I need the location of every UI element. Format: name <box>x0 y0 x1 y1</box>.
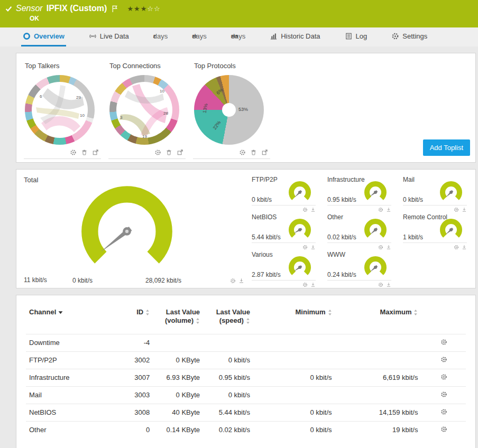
column-label: Last Value (volume) <box>165 308 200 324</box>
divider <box>252 280 316 281</box>
tab-overview[interactable]: Overview <box>21 27 66 46</box>
channel-settings-gear-icon[interactable] <box>440 339 447 346</box>
channel-settings-gear-icon[interactable] <box>440 391 447 398</box>
live-data-icon <box>89 32 97 40</box>
tab-365-days-number: 365 <box>231 34 238 39</box>
add-toplist-button[interactable]: Add Toplist <box>423 139 470 156</box>
gauge-settings-gear-icon[interactable] <box>302 282 308 287</box>
cell-channel: Other <box>26 421 121 438</box>
sort-toggle-icon[interactable] <box>413 309 418 316</box>
toplist-title: Top Connections <box>109 62 186 70</box>
gauge-cell-ftp-p2p: FTP/P2P 0 kbit/s <box>252 175 316 212</box>
toplist-open-external-link-icon[interactable] <box>92 149 99 156</box>
total-gauge-cell: Total 0 kbit/s 28,092 kbit/s 11 kbit/s <box>16 170 252 288</box>
priority-stars[interactable]: ★★★☆☆ <box>127 5 160 13</box>
channel-table-card: Channel ID Last Value (volume) Last Valu… <box>16 295 476 448</box>
gauge-settings-gear-icon[interactable] <box>302 245 308 250</box>
table-row-mail: Mail 3003 0 KByte 0 kbit/s <box>26 386 466 404</box>
gauge-download-icon[interactable] <box>462 245 467 250</box>
toplist-settings-gear-icon[interactable] <box>154 149 161 156</box>
tab-historic-data-label: Historic Data <box>281 32 320 40</box>
gauge-settings-gear-icon[interactable] <box>302 207 308 212</box>
gauge-value: 5.44 kbit/s <box>252 234 281 241</box>
tab-2-days[interactable]: 2 days <box>152 27 169 46</box>
settings-gear-icon <box>391 32 399 40</box>
gauge-download-icon[interactable] <box>310 282 316 287</box>
column-header-last-value-speed[interactable]: Last Value (speed) <box>204 301 254 334</box>
gauge-cell-various: Various 2.87 kbit/s <box>252 250 316 287</box>
tab-log[interactable]: Log <box>343 27 369 46</box>
tab-historic-data[interactable]: Historic Data <box>268 27 321 46</box>
cell-speed: 0 kbit/s <box>204 351 254 369</box>
cell-maximum: 6,619 kbit/s <box>336 369 422 386</box>
divider <box>327 205 391 206</box>
gauge-settings-gear-icon[interactable] <box>230 278 236 284</box>
sort-toggle-icon[interactable] <box>145 309 150 316</box>
sort-toggle-icon[interactable] <box>196 318 200 324</box>
gauge-settings-gear-icon[interactable] <box>378 282 383 287</box>
cell-speed: 0 kbit/s <box>204 386 254 404</box>
toplist-top-talkers: Top Talkers 6 29 10 <box>24 60 101 159</box>
gauge-download-icon[interactable] <box>386 282 391 287</box>
gauge-settings-gear-icon[interactable] <box>454 207 459 212</box>
top-talkers-chord-chart[interactable]: 6 29 10 <box>25 75 95 145</box>
tab-365-days[interactable]: 365 days <box>229 27 247 46</box>
cell-speed: 0.02 kbit/s <box>204 421 254 438</box>
gauge-value: 0 kbit/s <box>403 196 423 203</box>
channel-settings-gear-icon[interactable] <box>440 426 447 433</box>
total-gauge-dial <box>71 185 182 279</box>
gauge-cell-other: Other 0.02 kbit/s <box>327 212 391 250</box>
gauge-value: 1 kbit/s <box>403 234 423 241</box>
toplist-open-external-link-icon[interactable] <box>177 149 183 156</box>
gauge-download-icon[interactable] <box>462 207 467 212</box>
table-row-netbios: NetBIOS 3008 40 KByte 5.44 kbit/s 0 kbit… <box>26 404 466 421</box>
gauge-settings-gear-icon[interactable] <box>378 245 383 250</box>
sort-descending-icon <box>58 311 63 314</box>
top-connections-chord-chart[interactable]: 10 28 19 3 <box>109 75 179 145</box>
toplist-settings-gear-icon[interactable] <box>239 149 246 156</box>
toplist-toolbar <box>108 149 186 159</box>
column-header-last-value-volume[interactable]: Last Value (volume) <box>154 301 204 334</box>
gauge-settings-gear-icon[interactable] <box>378 207 383 212</box>
toplist-open-external-link-icon[interactable] <box>261 149 268 156</box>
toplist-delete-trash-icon[interactable] <box>81 149 88 156</box>
column-label: Channel <box>29 308 56 316</box>
gauge-download-icon[interactable] <box>238 278 244 284</box>
status-ok-check-icon <box>5 6 12 12</box>
gauge-download-icon[interactable] <box>310 207 316 212</box>
flag-icon[interactable] <box>112 5 118 13</box>
tab-live-data-label: Live Data <box>100 32 129 40</box>
tab-settings[interactable]: Settings <box>390 27 429 46</box>
column-header-actions <box>422 301 466 334</box>
sort-toggle-icon[interactable] <box>246 318 250 324</box>
star-filled-icon[interactable]: ★★★ <box>127 5 147 13</box>
gauge-settings-gear-icon[interactable] <box>454 245 459 250</box>
toplist-delete-trash-icon[interactable] <box>250 149 257 156</box>
channel-settings-gear-icon[interactable] <box>440 408 447 415</box>
tab-30-days[interactable]: 30 days <box>190 27 208 46</box>
star-empty-icon[interactable]: ☆☆ <box>147 5 160 13</box>
column-label: ID <box>136 308 143 316</box>
column-header-minimum[interactable]: Minimum <box>254 301 336 334</box>
cell-volume: 0.14 KByte <box>154 421 204 438</box>
toplist-settings-gear-icon[interactable] <box>70 149 77 156</box>
column-header-id[interactable]: ID <box>121 301 154 334</box>
tab-live-data[interactable]: Live Data <box>87 27 131 46</box>
toplist-delete-trash-icon[interactable] <box>166 149 172 156</box>
channel-settings-gear-icon[interactable] <box>440 374 447 380</box>
column-header-channel[interactable]: Channel <box>26 301 121 334</box>
gauge-dial <box>362 179 389 204</box>
gauge-download-icon[interactable] <box>310 245 316 250</box>
log-icon <box>345 32 353 40</box>
cell-speed: 0.95 kbit/s <box>204 369 254 386</box>
tab-log-label: Log <box>356 32 367 40</box>
toplist-title: Top Protocols <box>194 62 270 70</box>
sensor-status: OK <box>30 15 473 22</box>
top-protocols-pie-chart[interactable]: 53% 22% 13% 6% <box>194 75 264 145</box>
gauge-download-icon[interactable] <box>386 207 391 212</box>
sort-toggle-icon[interactable] <box>328 309 332 316</box>
channel-settings-gear-icon[interactable] <box>440 356 447 363</box>
gauge-download-icon[interactable] <box>386 245 391 250</box>
cell-minimum: 0 kbit/s <box>254 369 336 386</box>
column-header-maximum[interactable]: Maximum <box>336 301 422 334</box>
